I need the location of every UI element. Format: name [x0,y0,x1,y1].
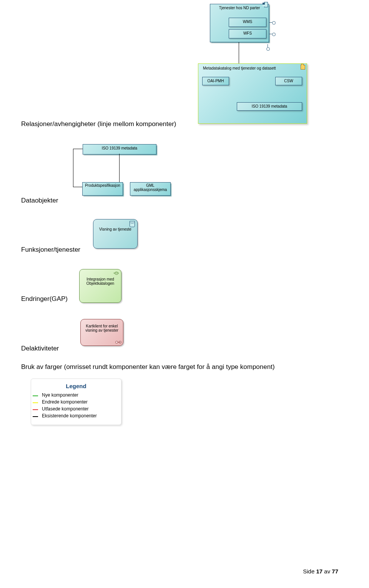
iso-metadata-inner: ISO 19139 metadata [237,102,302,111]
tjenester-title: Tjenester hos ND parter [210,4,269,10]
wms-label: WMS [229,18,266,24]
section-dataobjects: Dataobjekter [21,197,58,204]
legend-item-new: Nye komponenter [40,392,113,398]
legend-item-phased-out: Utfasede komponenter [40,406,113,412]
connector-line [73,149,83,149]
visning-label: Visning av tjeneste [99,227,131,231]
gml-label-1: GML [130,183,170,188]
legend-item-existing: Eksisterende komponenter [40,413,113,419]
integrasjon-label-1: Integrasjon med [80,277,121,281]
integrasjon-box: Integrasjon med Objektkatalogen [79,269,121,303]
kartklient-box: Kartklient for enkel visning av tjeneste… [80,319,123,346]
visning-box: Visning av tjeneste [93,219,138,249]
service-wfs: WFS [229,29,266,38]
oai-pmh-label: OAI-PMH [203,77,229,83]
footer-page: 17 [316,568,322,575]
legend-title: Legend [40,383,113,389]
integrasjon-label-2: Objektkatalogen [80,281,121,286]
csw-label: CSW [276,77,302,83]
connector-line [239,42,239,63]
legend-item-changed: Endrede komponenter [40,399,113,405]
connector-line [73,187,83,187]
note-icon [130,221,135,227]
service-wms: WMS [229,18,266,27]
package-icon [301,65,305,70]
section-gap: Endringer(GAP) [21,295,68,303]
prodspec-label: Produktspesifikasjon [83,183,123,188]
kartklient-label-2: visning av tjenester [81,328,123,332]
catalog-title: Metadatakatalog med tjenester og dataset… [198,64,307,70]
port-oai-pmh: OAI-PMH [202,77,229,85]
port-csw: CSW [275,77,302,85]
legend-box: Legend Nye komponenter Endrede komponent… [31,379,121,425]
wfs-label: WFS [229,30,266,35]
catalog-container: Metadatakatalog med tjenester og dataset… [198,63,307,124]
connector-line [119,154,120,182]
gml-label-2: applikasjonsskjema [130,188,170,192]
section-relations: Relasjoner/avhengigheter (linje mellom k… [21,120,176,128]
color-usage-text: Bruk av farger (omrisset rundt komponent… [21,363,275,371]
page-footer: Side 17 av 77 [303,568,338,575]
iso-inner-label: ISO 19139 metadata [237,103,302,108]
footer-prefix: Side [303,568,316,575]
iso-label: ISO 19139 metadata [83,145,156,150]
deliverable-icon [115,341,121,344]
section-deliverables: Delaktiviteter [21,345,59,352]
component-icon [263,2,267,7]
footer-total: 77 [332,568,338,575]
kartklient-label-1: Kartklient for enkel [81,324,123,328]
footer-of: av [322,568,332,575]
iso-metadata-box: ISO 19139 metadata [83,144,156,154]
produktspesifikasjon-box: Produktspesifikasjon [82,182,123,196]
connector-line [73,149,73,187]
section-functions: Funksjoner/tjenester [21,246,80,254]
gml-box: GML applikasjonsskjema [130,182,171,196]
component-tjenester-nd-parter: Tjenester hos ND parter WMS WFS [210,4,269,42]
gap-icon [113,271,119,275]
